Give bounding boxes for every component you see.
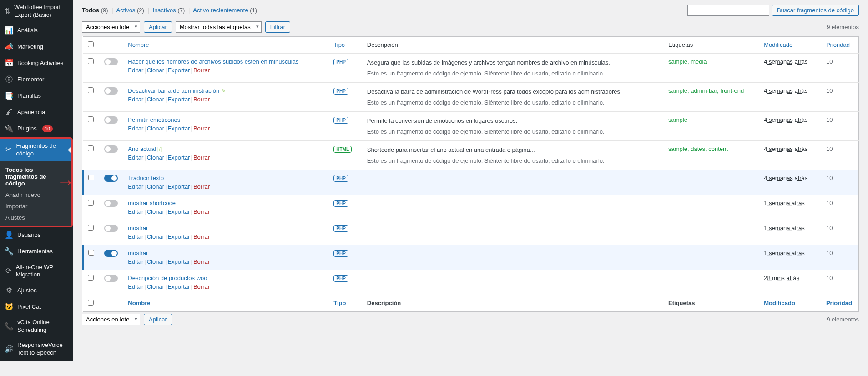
- sidebar-item[interactable]: ⟳All-in-One WP Migration: [0, 260, 73, 283]
- row-checkbox[interactable]: [88, 200, 94, 206]
- row-checkbox[interactable]: [88, 225, 94, 231]
- delete-link[interactable]: Borrar: [193, 208, 210, 215]
- clone-link[interactable]: Clonar: [147, 283, 164, 290]
- export-link[interactable]: Exportar: [167, 258, 190, 265]
- clone-link[interactable]: Clonar: [147, 208, 164, 215]
- snippet-title-link[interactable]: mostrar: [128, 250, 148, 256]
- delete-link[interactable]: Borrar: [193, 67, 210, 74]
- modified-date[interactable]: 4 semanas atrás: [764, 145, 807, 152]
- row-checkbox[interactable]: [88, 250, 94, 256]
- sidebar-item[interactable]: 📊Análisis: [0, 23, 73, 39]
- sidebar-item[interactable]: 📑Plantillas: [0, 88, 73, 105]
- delete-link[interactable]: Borrar: [193, 183, 210, 190]
- modified-date[interactable]: 1 semana atrás: [764, 250, 805, 256]
- delete-link[interactable]: Borrar: [193, 96, 210, 103]
- sidebar-item[interactable]: 🔊ResponsiveVoice Text to Speech: [0, 338, 73, 361]
- enable-toggle[interactable]: [104, 200, 118, 207]
- select-all-top[interactable]: [88, 41, 94, 47]
- apply-button-bottom[interactable]: Aplicar: [144, 314, 172, 325]
- export-link[interactable]: Exportar: [167, 233, 190, 240]
- export-link[interactable]: Exportar: [167, 208, 190, 215]
- modified-date[interactable]: 4 semanas atrás: [764, 58, 807, 65]
- export-link[interactable]: Exportar: [167, 283, 190, 290]
- export-link[interactable]: Exportar: [167, 125, 190, 132]
- snippet-title-link[interactable]: mostrar shortcode: [128, 200, 176, 206]
- snippet-title-link[interactable]: Desactivar barra de administración: [128, 87, 219, 94]
- modified-date[interactable]: 1 semana atrás: [764, 200, 805, 206]
- sidebar-item[interactable]: ⚙Ajustes: [0, 282, 73, 299]
- edit-link[interactable]: Editar: [128, 154, 143, 161]
- bulk-actions-select[interactable]: Acciones en lote: [82, 21, 140, 33]
- edit-link[interactable]: Editar: [128, 258, 143, 265]
- tag-filter-select[interactable]: Mostrar todas las etiquetas: [176, 21, 262, 33]
- snippet-title-link[interactable]: Traducir texto: [128, 175, 164, 181]
- clone-link[interactable]: Clonar: [147, 96, 164, 103]
- row-checkbox[interactable]: [88, 116, 94, 122]
- sidebar-item[interactable]: 📣Marketing: [0, 39, 73, 55]
- row-checkbox[interactable]: [88, 145, 94, 151]
- enable-toggle[interactable]: [104, 145, 118, 153]
- row-checkbox[interactable]: [88, 175, 94, 180]
- enable-toggle[interactable]: [104, 116, 118, 124]
- header-type[interactable]: Tipo: [333, 41, 345, 48]
- sidebar-item[interactable]: ✂Fragmentos de código: [0, 139, 71, 161]
- delete-link[interactable]: Borrar: [193, 233, 210, 240]
- export-link[interactable]: Exportar: [167, 96, 190, 103]
- enable-toggle[interactable]: [104, 275, 118, 282]
- sidebar-item[interactable]: ⇅WebToffee Import Export (Basic): [0, 0, 73, 23]
- sidebar-subitem[interactable]: Importar: [0, 201, 71, 212]
- snippet-title-link[interactable]: Hacer que los nombres de archivos subido…: [128, 58, 298, 65]
- edit-link[interactable]: Editar: [128, 125, 143, 132]
- bulk-actions-select-bottom[interactable]: Acciones en lote: [82, 314, 140, 325]
- edit-link[interactable]: Editar: [128, 67, 143, 74]
- snippet-title-link[interactable]: Descripción de productos woo: [128, 275, 207, 281]
- edit-link[interactable]: Editar: [128, 233, 143, 240]
- footer-modified[interactable]: Modificado: [764, 300, 795, 306]
- snippet-title-link[interactable]: Año actual: [128, 145, 156, 152]
- export-link[interactable]: Exportar: [167, 67, 190, 74]
- footer-priority[interactable]: Prioridad: [826, 300, 852, 306]
- snippet-title-link[interactable]: mostrar: [128, 225, 148, 231]
- enable-toggle[interactable]: [104, 250, 118, 257]
- modified-date[interactable]: 4 semanas atrás: [764, 116, 807, 123]
- sidebar-item[interactable]: 🐱Pixel Cat: [0, 299, 73, 315]
- header-name[interactable]: Nombre: [128, 41, 149, 48]
- clone-link[interactable]: Clonar: [147, 154, 164, 161]
- edit-link[interactable]: Editar: [128, 183, 143, 190]
- header-modified[interactable]: Modificado: [764, 41, 792, 48]
- sidebar-subitem[interactable]: Ajustes: [0, 212, 71, 223]
- export-link[interactable]: Exportar: [167, 183, 190, 190]
- clone-link[interactable]: Clonar: [147, 258, 164, 265]
- filter-recent[interactable]: Activo recientemente: [193, 7, 248, 14]
- filter-button[interactable]: Filtrar: [265, 21, 290, 33]
- apply-button-top[interactable]: Aplicar: [144, 21, 172, 33]
- sidebar-item[interactable]: 📞vCita Online Scheduling: [0, 315, 73, 338]
- delete-link[interactable]: Borrar: [193, 258, 210, 265]
- export-link[interactable]: Exportar: [167, 154, 190, 161]
- row-checkbox[interactable]: [88, 58, 94, 64]
- enable-toggle[interactable]: [104, 58, 118, 65]
- edit-link[interactable]: Editar: [128, 283, 143, 290]
- modified-date[interactable]: 4 semanas atrás: [764, 87, 807, 94]
- snippet-title-link[interactable]: Permitir emoticonos: [128, 116, 180, 123]
- filter-active[interactable]: Activos: [116, 7, 135, 14]
- modified-date[interactable]: 1 semana atrás: [764, 225, 805, 231]
- enable-toggle[interactable]: [104, 175, 118, 182]
- search-button[interactable]: Buscar fragmentos de código: [772, 5, 859, 16]
- enable-toggle[interactable]: [104, 225, 118, 232]
- delete-link[interactable]: Borrar: [193, 125, 210, 132]
- modified-date[interactable]: 4 semanas atrás: [764, 175, 807, 181]
- sidebar-item[interactable]: 🖌Apariencia: [0, 105, 73, 121]
- search-input[interactable]: [687, 5, 769, 16]
- sidebar-item[interactable]: 📅Booking Activities: [0, 55, 73, 72]
- delete-link[interactable]: Borrar: [193, 283, 210, 290]
- clone-link[interactable]: Clonar: [147, 183, 164, 190]
- select-all-bottom[interactable]: [88, 300, 94, 306]
- footer-name[interactable]: Nombre: [128, 300, 150, 306]
- edit-link[interactable]: Editar: [128, 96, 143, 103]
- sidebar-item[interactable]: 🔧Herramientas: [0, 244, 73, 260]
- clone-link[interactable]: Clonar: [147, 233, 164, 240]
- filter-all[interactable]: Todos: [82, 7, 99, 14]
- row-checkbox[interactable]: [88, 275, 94, 281]
- enable-toggle[interactable]: [104, 87, 118, 95]
